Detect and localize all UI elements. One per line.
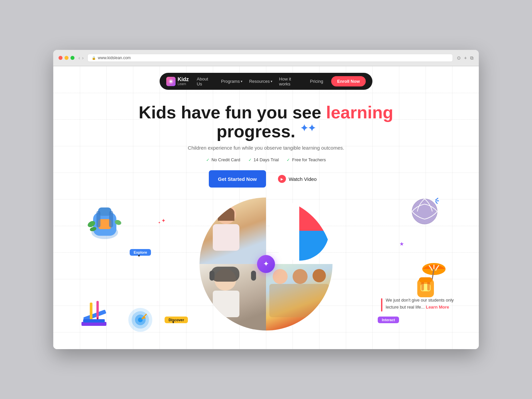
browser-nav-buttons: ‹ › xyxy=(78,55,83,61)
browser-chrome: ‹ › 🔒 www.kidslean.com ⊙ + ⧉ xyxy=(53,50,479,66)
hero-section: Kids have fun you see learning progress.… xyxy=(53,96,479,337)
discover-label: Discover xyxy=(165,317,188,323)
badge-label: Free for Teachers xyxy=(292,157,326,162)
interact-label: Interact xyxy=(378,317,399,323)
page-content: Kidz Learn About Us Programs ▾ Resources… xyxy=(53,66,479,349)
svg-rect-16 xyxy=(83,319,105,323)
hero-title-highlight: learning xyxy=(326,103,393,122)
svg-rect-13 xyxy=(96,301,99,318)
hero-buttons: Get Started Now ▶ Watch Video xyxy=(66,170,466,188)
learn-more-link[interactable]: Learn More xyxy=(426,305,449,310)
play-icon: ▶ xyxy=(278,175,286,183)
enroll-button[interactable]: Enroll Now xyxy=(331,76,366,86)
nav-about[interactable]: About Us xyxy=(197,76,214,86)
pencils-decoration xyxy=(80,299,110,331)
chevron-down-icon: ▾ xyxy=(241,79,242,83)
volleyball-decoration xyxy=(411,198,439,227)
close-button[interactable] xyxy=(59,56,63,60)
logo-sub: Learn xyxy=(178,82,189,86)
circle-collage: ✦ xyxy=(200,198,332,331)
profile-icon[interactable]: ⊙ xyxy=(457,55,461,61)
tabs-icon[interactable]: ⧉ xyxy=(470,55,473,61)
traffic-lights xyxy=(59,56,74,60)
logo-text-block: Kidz Learn xyxy=(178,77,189,86)
check-icon: ✓ xyxy=(287,158,290,162)
beach-backpack-decoration xyxy=(411,261,447,302)
hero-title: Kids have fun you see learning progress.… xyxy=(66,103,466,141)
photo-kids-books xyxy=(266,264,332,331)
chart-area xyxy=(266,198,332,264)
address-bar[interactable]: 🔒 www.kidslean.com xyxy=(87,54,453,62)
maximize-button[interactable] xyxy=(70,56,74,60)
nav-how-it-works[interactable]: How it works xyxy=(279,76,303,86)
back-button[interactable]: ‹ xyxy=(78,55,80,61)
magic-center-button[interactable]: ✦ xyxy=(257,255,275,273)
badge-trial: ✓ 14 Days Trial xyxy=(248,157,279,162)
explore-arrow: ▾ xyxy=(138,253,140,258)
logo-icon xyxy=(166,77,176,86)
nav-links: About Us Programs ▾ Resources ▾ How it w… xyxy=(197,76,323,86)
badge-teachers: ✓ Free for Teachers xyxy=(287,157,326,162)
minimize-button[interactable] xyxy=(65,56,68,60)
url-text: www.kidslean.com xyxy=(98,56,131,60)
hero-title-end: progress. xyxy=(216,122,295,141)
get-started-button[interactable]: Get Started Now xyxy=(209,170,266,188)
sparkle-decoration: ✦✦ xyxy=(300,123,316,134)
navbar: Kidz Learn About Us Programs ▾ Resources… xyxy=(160,73,372,90)
explore-label: Explore xyxy=(130,249,151,256)
forward-button[interactable]: › xyxy=(82,55,84,61)
photo-girl-smiling xyxy=(200,198,266,264)
sparkle-icon: ✦ xyxy=(161,217,166,224)
svg-rect-27 xyxy=(419,277,432,282)
discover-arrow: ▾ xyxy=(172,320,174,325)
nav-resources[interactable]: Resources ▾ xyxy=(249,79,272,84)
feature-badges: ✓ No Credit Card ✓ 14 Days Trial ✓ Free … xyxy=(66,157,466,162)
new-tab-icon[interactable]: + xyxy=(464,55,467,61)
check-icon: ✓ xyxy=(248,158,252,162)
logo-name: Kidz xyxy=(178,77,189,82)
sparkle-purple-icon: ★ xyxy=(399,241,404,247)
svg-line-18 xyxy=(436,198,438,200)
sparkle-small-icon: ✦ xyxy=(158,221,161,224)
svg-rect-6 xyxy=(109,211,113,227)
watch-video-button[interactable]: ▶ Watch Video xyxy=(271,170,323,188)
photo-girl-headphones xyxy=(200,264,266,331)
hero-subtitle: Children experience fun while you observ… xyxy=(66,145,466,151)
watch-video-label: Watch Video xyxy=(289,176,317,182)
nav-programs[interactable]: Programs ▾ xyxy=(221,79,242,84)
chevron-down-icon: ▾ xyxy=(271,79,272,83)
nav-pricing[interactable]: Pricing xyxy=(310,79,323,84)
target-decoration xyxy=(128,308,153,334)
collage-area: ✦ Explore ▾ Discover ▾ Interact ✦ xyxy=(66,198,466,337)
svg-line-20 xyxy=(436,201,437,203)
side-note-bar xyxy=(381,298,382,312)
hero-title-start: Kids have fun you see xyxy=(139,103,326,122)
logo[interactable]: Kidz Learn xyxy=(166,77,189,86)
svg-rect-5 xyxy=(96,211,100,227)
lock-icon: 🔒 xyxy=(92,56,96,60)
browser-actions: ⊙ + ⧉ xyxy=(457,55,473,61)
svg-rect-11 xyxy=(90,303,92,321)
badge-no-credit: ✓ No Credit Card xyxy=(206,157,240,162)
check-icon: ✓ xyxy=(206,158,209,162)
svg-point-17 xyxy=(412,199,437,224)
badge-label: 14 Days Trial xyxy=(254,157,279,162)
backpack-left-decoration xyxy=(86,201,123,242)
badge-label: No Credit Card xyxy=(211,157,240,162)
